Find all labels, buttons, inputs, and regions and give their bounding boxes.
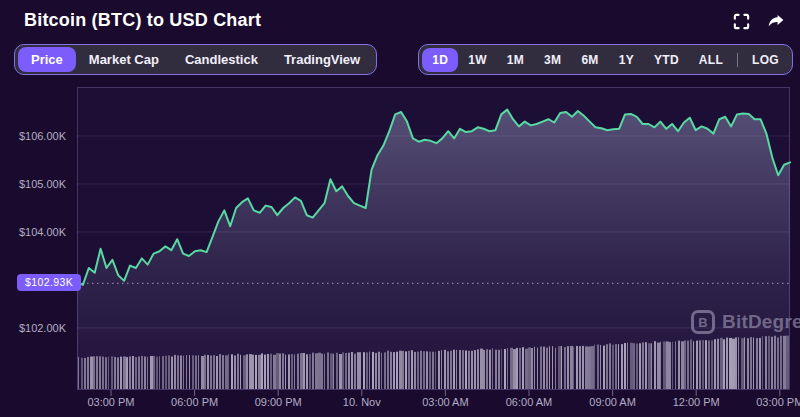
plot-area[interactable] (77, 87, 790, 415)
btc-usd-chart-widget: Bitcoin (BTC) to USD Chart PriceMarket C… (0, 0, 800, 417)
x-axis-label: 10. Nov (325, 396, 399, 408)
x-axis-label: 09:00 AM (576, 396, 650, 408)
y-axis-label: $102.00K (0, 321, 66, 335)
x-axis-label: 09:00 PM (241, 396, 315, 408)
x-axis-label: 03:00 PM (743, 396, 800, 408)
y-axis-label: $104.00K (0, 225, 66, 239)
x-axis-label: 03:00 AM (408, 396, 482, 408)
price-chart[interactable]: $106.00K$105.00K$104.00K$103.00K$102.00K… (0, 0, 800, 417)
x-axis-label: 06:00 AM (492, 396, 566, 408)
x-axis-label: 12:00 PM (659, 396, 733, 408)
y-axis-label: $106.00K (0, 129, 66, 143)
y-axis-label: $105.00K (0, 177, 66, 191)
x-axis-label: 06:00 PM (158, 396, 232, 408)
x-axis-label: 03:00 PM (74, 396, 148, 408)
current-price-badge: $102.93K (17, 274, 81, 291)
